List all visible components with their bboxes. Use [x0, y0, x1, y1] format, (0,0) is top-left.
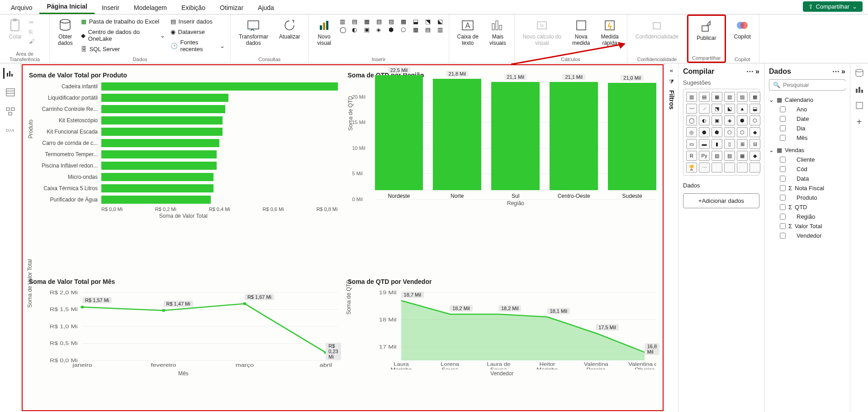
viz-type-button[interactable]: 〰: [686, 104, 697, 114]
dataverse-button[interactable]: ◉Dataverse: [169, 28, 227, 36]
search-fields[interactable]: 🔍: [769, 79, 845, 91]
tab-pagina-inicial[interactable]: Página Inicial: [39, 0, 94, 14]
viz-type-button[interactable]: ◐: [699, 115, 710, 125]
model-view-button[interactable]: [4, 106, 17, 117]
viz-mini-icon[interactable]: ▦: [413, 26, 424, 33]
chart-qtd-por-vendedor[interactable]: Soma de QTD por Vendedor 17 Mil18 Mil19 …: [345, 275, 659, 407]
chart-valor-por-produto[interactable]: Soma de Valor Total por Produto Cadeira …: [26, 69, 341, 271]
get-data-button[interactable]: Obter dados: [53, 16, 77, 48]
viz-type-button[interactable]: ⟋: [699, 104, 710, 114]
sensitivity-button[interactable]: Confidencialidade: [631, 16, 683, 42]
tab-exibicao[interactable]: Exibição: [174, 1, 213, 14]
viz-mini-icon[interactable]: ⬡: [401, 26, 412, 33]
viz-mini-icon[interactable]: ⬓: [413, 18, 424, 25]
viz-type-button[interactable]: ▧: [724, 92, 735, 102]
field-item[interactable]: ΣQTD: [769, 202, 845, 212]
viz-type-button[interactable]: ▨: [737, 92, 748, 102]
sql-server-button[interactable]: 🗄SQL Server: [79, 45, 167, 53]
viz-type-button[interactable]: [749, 163, 760, 172]
viz-mini-icon[interactable]: ▩: [401, 18, 412, 25]
table-header[interactable]: ⌄▦Calendario: [769, 95, 845, 105]
transform-data-button[interactable]: Transformar dados: [234, 16, 273, 48]
excel-workbook-button[interactable]: ▦Pasta de trabalho do Excel: [79, 17, 167, 26]
more-visuals-button[interactable]: Mais visuais: [485, 16, 511, 48]
chart-qtd-por-regiao[interactable]: Soma de QTD por Região 0 Mil5 Mil10 Mil1…: [345, 69, 659, 271]
viz-mini-icon[interactable]: ▦: [364, 18, 375, 25]
new-visual-button[interactable]: Novo visual: [313, 16, 336, 48]
paste-button[interactable]: Colar: [4, 16, 27, 42]
viz-type-button[interactable]: [737, 163, 748, 172]
viz-mini-icon[interactable]: ▤: [352, 18, 363, 25]
field-item[interactable]: Dia: [769, 124, 845, 133]
report-canvas[interactable]: Soma de Valor Total por Produto Cadeira …: [22, 64, 664, 411]
recent-sources-button[interactable]: 🕑Fontes recentes⌄: [169, 38, 227, 53]
viz-mini-icon[interactable]: ▨: [389, 18, 399, 25]
viz-type-button[interactable]: ▤: [699, 92, 710, 102]
search-input[interactable]: [783, 81, 850, 88]
viz-type-button[interactable]: Py: [699, 151, 710, 161]
add-icon[interactable]: +: [857, 117, 862, 127]
field-item[interactable]: Cliente: [769, 155, 845, 164]
viz-type-button[interactable]: ◈: [724, 115, 735, 125]
table-header[interactable]: ⌄▦Vendas: [769, 145, 845, 155]
field-checkbox[interactable]: [780, 214, 786, 220]
collapse-icon[interactable]: «: [670, 67, 673, 74]
viz-type-button[interactable]: ⬢: [737, 115, 748, 125]
viz-type-button[interactable]: ⊟: [749, 139, 760, 149]
viz-mini-icon[interactable]: ▥: [340, 18, 351, 25]
share-button[interactable]: ⇪ Compartilhar ⌄: [803, 1, 863, 12]
field-item[interactable]: Região: [769, 212, 845, 221]
field-checkbox[interactable]: [780, 135, 786, 141]
viz-type-button[interactable]: ▥: [686, 92, 697, 102]
analytics-icon[interactable]: [854, 101, 864, 110]
viz-type-button[interactable]: ⬡: [749, 115, 760, 125]
field-checkbox[interactable]: [780, 223, 786, 229]
field-item[interactable]: ΣNota Fiscal: [769, 183, 845, 193]
refresh-button[interactable]: Atualizar: [275, 16, 305, 42]
viz-type-button[interactable]: ⊞: [737, 139, 748, 149]
field-item[interactable]: Cód: [769, 164, 845, 174]
field-checkbox[interactable]: [780, 195, 786, 201]
field-checkbox[interactable]: [780, 166, 786, 172]
report-view-button[interactable]: [3, 68, 16, 79]
viz-mini-icon[interactable]: ⬢: [389, 26, 399, 33]
viz-type-button[interactable]: ⬓: [749, 104, 760, 114]
format-painter-icon[interactable]: 🖌: [29, 38, 35, 45]
filters-pane-collapsed[interactable]: « ⧩ Filtros: [664, 63, 678, 412]
more-icon[interactable]: ⋯: [746, 67, 754, 75]
onelake-button[interactable]: ◆Centro de dados do OneLake⌄: [79, 28, 167, 43]
field-checkbox[interactable]: [780, 157, 786, 163]
field-item[interactable]: Date: [769, 114, 845, 124]
viz-type-button[interactable]: ▦: [711, 92, 722, 102]
viz-type-button[interactable]: 🏆: [686, 163, 697, 172]
viz-type-button[interactable]: ⬣: [699, 127, 710, 137]
cut-icon[interactable]: ✂: [29, 19, 35, 26]
viz-type-button[interactable]: ◯: [686, 115, 697, 125]
table-view-button[interactable]: [4, 87, 17, 98]
add-data-button[interactable]: +Adicionar dados: [683, 193, 759, 208]
viz-type-button[interactable]: ◆: [749, 151, 760, 161]
tab-inserir[interactable]: Inserir: [95, 1, 127, 14]
viz-type-button[interactable]: [711, 163, 722, 172]
chart-valor-por-mes[interactable]: Soma de Valor Total por Mês R$ 0,0 MiR$ …: [26, 275, 341, 407]
viz-type-button[interactable]: [724, 163, 735, 172]
viz-type-button[interactable]: ⋯: [699, 163, 710, 172]
field-checkbox[interactable]: [780, 116, 786, 122]
field-checkbox[interactable]: [780, 185, 786, 191]
viz-type-button[interactable]: ▦: [737, 151, 748, 161]
viz-type-button[interactable]: ◆: [749, 127, 760, 137]
viz-type-button[interactable]: ▧: [711, 151, 722, 161]
viz-type-button[interactable]: ⬕: [724, 104, 735, 114]
dax-view-button[interactable]: DAX: [4, 125, 17, 136]
viz-type-button[interactable]: ⬔: [711, 104, 722, 114]
expand-icon[interactable]: »: [755, 67, 759, 75]
viz-type-button[interactable]: ⬟: [711, 127, 722, 137]
viz-type-button[interactable]: ▲: [737, 104, 748, 114]
tab-modelagem[interactable]: Modelagem: [127, 1, 174, 14]
data-icon[interactable]: [854, 68, 864, 78]
viz-mini-icon[interactable]: ⬔: [425, 18, 436, 25]
copilot-button[interactable]: Copilot: [730, 16, 755, 42]
tab-arquivo[interactable]: Arquivo: [4, 1, 39, 14]
viz-mini-icon[interactable]: ▤: [425, 26, 436, 33]
copy-icon[interactable]: ⎘: [29, 29, 35, 35]
